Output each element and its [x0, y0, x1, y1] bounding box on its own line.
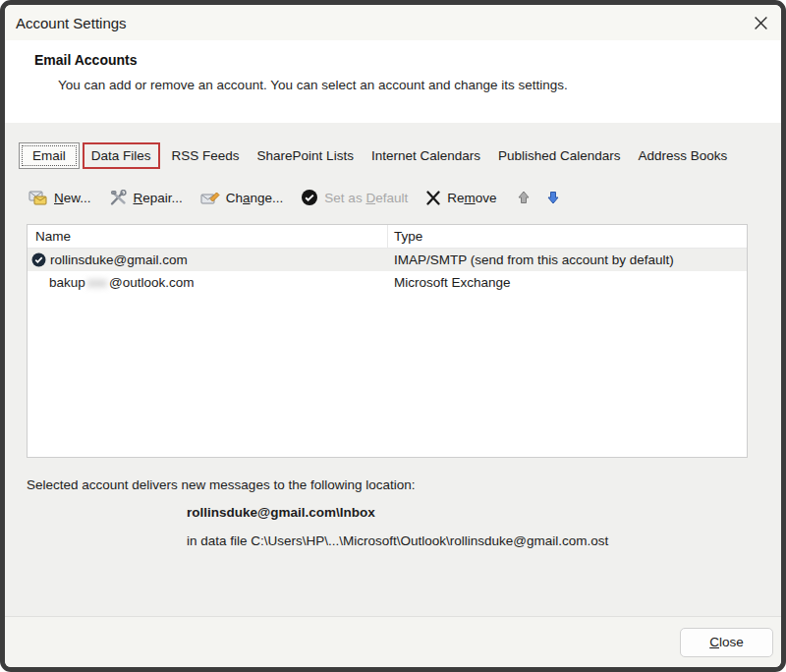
change-button[interactable]: Change... [200, 190, 284, 206]
tab-rss-feeds[interactable]: RSS Feeds [163, 142, 249, 169]
window-close-icon[interactable] [754, 16, 768, 30]
tab-data-files-label: Data Files [91, 148, 151, 163]
redacted-text: xxx [87, 275, 107, 290]
default-account-badge-icon [31, 252, 46, 267]
toolbar: New... Repair... [28, 185, 781, 210]
remove-button[interactable]: Remove [425, 191, 496, 205]
default-check-icon [301, 189, 318, 206]
header: Email Accounts You can add or remove an … [5, 40, 781, 123]
repair-button[interactable]: Repair... [109, 190, 183, 206]
account-name: rollinsduke@gmail.com [50, 252, 188, 267]
tab-published-calendars[interactable]: Published Calendars [489, 142, 630, 169]
tab-internet-calendars[interactable]: Internet Calendars [363, 142, 489, 169]
tab-email-label: Email [32, 148, 66, 163]
window-title: Account Settings [16, 15, 127, 31]
remove-button-label: Remove [447, 191, 496, 205]
move-up-icon [516, 190, 532, 205]
account-settings-dialog: Account Settings Email Accounts You can … [0, 0, 786, 672]
delivery-info: Selected account delivers new messages t… [27, 477, 781, 548]
move-down-icon[interactable] [545, 190, 561, 205]
close-button[interactable]: Close [680, 628, 773, 657]
remove-x-icon [425, 191, 441, 205]
table-row[interactable]: rollinsduke@gmail.com IMAP/SMTP (send fr… [28, 249, 747, 271]
table-header-row: Name Type [28, 225, 747, 249]
tab-internet-calendars-label: Internet Calendars [371, 148, 480, 163]
repair-tools-icon [109, 190, 128, 206]
set-as-default-label: Set as Default [324, 191, 408, 205]
new-button[interactable]: New... [28, 190, 91, 206]
account-type: Microsoft Exchange [388, 275, 747, 290]
column-header-type[interactable]: Type [388, 225, 747, 248]
delivery-location: rollinsduke@gmail.com\Inbox [187, 505, 781, 520]
delivery-intro: Selected account delivers new messages t… [27, 477, 781, 492]
dialog-footer: Close [5, 616, 781, 667]
tab-sharepoint-lists-label: SharePoint Lists [257, 148, 354, 163]
section-title: Email Accounts [34, 52, 781, 68]
tab-address-books[interactable]: Address Books [630, 142, 737, 169]
account-name-cell: rollinsduke@gmail.com [28, 252, 388, 267]
tab-published-calendars-label: Published Calendars [498, 148, 621, 163]
set-as-default-button: Set as Default [301, 189, 408, 206]
account-name: bakupxxx@outlook.com [49, 275, 195, 290]
tab-data-files[interactable]: Data Files [83, 142, 160, 169]
delivery-data-file: in data file C:\Users\HP\...\Microsoft\O… [187, 533, 781, 548]
tab-bar: Email Data Files RSS Feeds SharePoint Li… [19, 142, 781, 169]
change-button-label: Change... [226, 191, 284, 205]
accounts-table: Name Type rollinsduke@gmail.com IMAP/SMT… [27, 224, 748, 458]
column-header-name[interactable]: Name [28, 225, 388, 248]
table-row[interactable]: bakupxxx@outlook.com Microsoft Exchange [28, 271, 747, 294]
tab-rss-feeds-label: RSS Feeds [172, 148, 240, 163]
tab-email[interactable]: Email [19, 142, 80, 169]
tab-address-books-label: Address Books [639, 148, 728, 163]
repair-button-label: Repair... [134, 191, 183, 205]
title-bar: Account Settings [5, 5, 781, 40]
account-type: IMAP/SMTP (send from this account by def… [388, 252, 747, 267]
dialog-body: Email Data Files RSS Feeds SharePoint Li… [5, 123, 781, 616]
section-description: You can add or remove an account. You ca… [58, 78, 781, 92]
new-mail-icon [28, 190, 48, 206]
new-button-label: New... [54, 191, 91, 205]
reorder-arrows [516, 190, 561, 205]
change-mail-icon [200, 190, 220, 206]
account-name-cell: bakupxxx@outlook.com [28, 275, 388, 290]
tab-sharepoint-lists[interactable]: SharePoint Lists [249, 142, 363, 169]
